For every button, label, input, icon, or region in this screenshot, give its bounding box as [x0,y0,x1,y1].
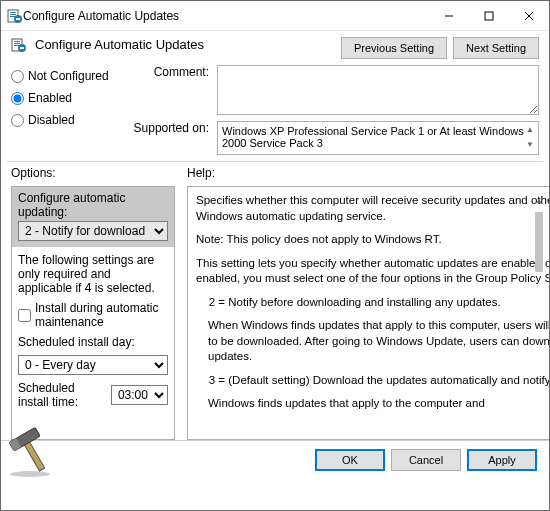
comment-input[interactable] [217,65,539,115]
help-paragraph: When Windows finds updates that apply to… [196,318,550,365]
help-scrollbar[interactable]: ▲ [532,196,546,464]
close-button[interactable] [509,2,549,30]
next-setting-button[interactable]: Next Setting [453,37,539,59]
svg-rect-1 [10,12,16,13]
radio-enabled[interactable]: Enabled [11,91,121,105]
svg-rect-11 [14,41,20,42]
svg-rect-7 [485,12,493,20]
sched-time-label: Scheduled install time: [18,381,101,409]
help-paragraph: 2 = Notify before downloading and instal… [196,295,550,311]
page-title: Configure Automatic Updates [35,37,333,52]
radio-label: Enabled [28,91,72,105]
options-label: Options: [11,166,175,180]
options-note: The following settings are only required… [18,253,168,295]
help-paragraph: Windows finds updates that apply to the … [196,396,550,412]
radio-disabled-input[interactable] [11,114,24,127]
help-pane: Help: Specifies whether this computer wi… [181,162,550,440]
policy-icon [7,8,23,24]
svg-rect-5 [16,18,20,20]
window-title: Configure Automatic Updates [23,9,429,23]
apply-button[interactable]: Apply [467,449,537,471]
svg-rect-15 [20,47,24,49]
help-label: Help: [187,166,550,180]
radio-not-configured-input[interactable] [11,70,24,83]
scroll-thumb[interactable] [535,212,543,272]
scroll-up-icon[interactable]: ▲ [532,196,546,210]
configure-updating-label: Configure automatic updating: [12,187,174,221]
supported-on-text: Windows XP Professional Service Pack 1 o… [222,125,526,149]
svg-rect-12 [14,43,20,44]
update-mode-select[interactable]: 2 - Notify for download and notify for i… [18,221,168,241]
maintenance-label: Install during automatic maintenance [35,301,168,329]
comment-label: Comment: [121,65,209,79]
radio-enabled-input[interactable] [11,92,24,105]
help-paragraph: This setting lets you specify whether au… [196,256,550,287]
help-text: Specifies whether this computer will rec… [187,186,550,440]
help-paragraph: Specifies whether this computer will rec… [196,193,550,224]
previous-setting-button[interactable]: Previous Setting [341,37,447,59]
radio-not-configured[interactable]: Not Configured [11,69,121,83]
maintenance-checkbox-row[interactable]: Install during automatic maintenance [18,301,168,329]
sched-day-select[interactable]: 0 - Every day [18,355,168,375]
titlebar: Configure Automatic Updates [1,1,549,31]
supported-on-box: Windows XP Professional Service Pack 1 o… [217,121,539,155]
radio-label: Not Configured [28,69,109,83]
scroll-down-icon[interactable]: ▼ [526,140,534,149]
header: Configure Automatic Updates Previous Set… [1,31,549,63]
options-pane: Options: Configure automatic updating: 2… [1,162,181,440]
help-paragraph: 3 = (Default setting) Download the updat… [196,373,550,389]
state-radios: Not Configured Enabled Disabled [1,63,121,161]
help-paragraph: Note: This policy does not apply to Wind… [196,232,550,248]
sched-day-label: Scheduled install day: [18,335,168,349]
minimize-button[interactable] [429,2,469,30]
svg-rect-2 [10,14,16,15]
sched-time-select[interactable]: 03:00 [111,385,168,405]
maintenance-checkbox[interactable] [18,309,31,322]
cancel-button[interactable]: Cancel [391,449,461,471]
maximize-button[interactable] [469,2,509,30]
radio-disabled[interactable]: Disabled [11,113,121,127]
radio-label: Disabled [28,113,75,127]
supported-label: Supported on: [121,121,209,135]
policy-icon [11,37,27,53]
footer: OK Cancel Apply [1,440,549,478]
scroll-up-icon[interactable]: ▲ [526,125,534,134]
ok-button[interactable]: OK [315,449,385,471]
